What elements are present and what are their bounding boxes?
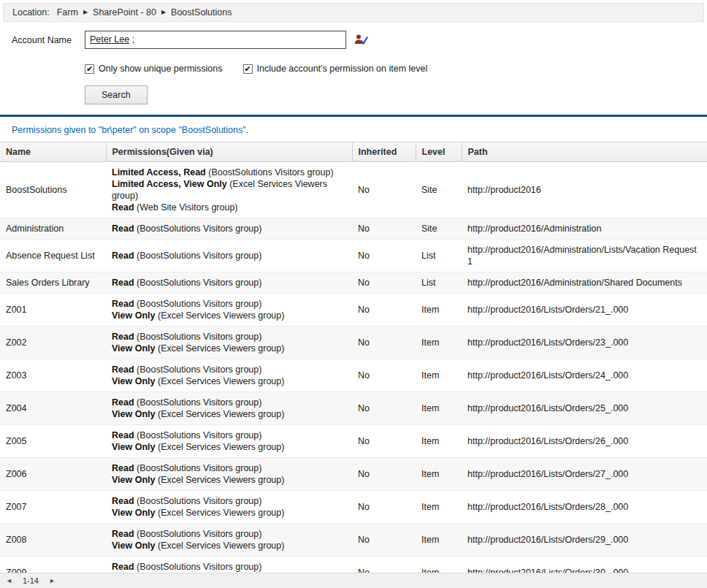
permission-line: Read (BoostSolutions Visitors group) — [112, 364, 346, 375]
permission-line: Read (BoostSolutions Visitors group) — [112, 528, 346, 540]
permission-level-text: View Only — [112, 442, 156, 452]
permission-line: View Only (Excel Services Viewers group) — [112, 310, 346, 321]
column-header-inherited[interactable]: Inherited — [352, 142, 416, 162]
cell-name: Z004 — [0, 392, 106, 425]
cell-name: Z005 — [0, 425, 106, 458]
table-row: Z002Read (BoostSolutions Visitors group)… — [0, 327, 707, 359]
cell-name: Absence Request List — [0, 240, 106, 272]
cell-level: List — [416, 272, 462, 294]
cell-inherited: No — [352, 425, 416, 458]
table-row: BoostSolutionsLimited Access, Read (Boos… — [0, 162, 707, 218]
permission-level-text: Read — [112, 251, 134, 261]
permission-level-text: Read — [112, 397, 134, 408]
cell-path: http://product2016/Lists/Orders/27_.000 — [462, 458, 707, 491]
cell-name: BoostSolutions — [0, 162, 106, 218]
permission-level-text: View Only — [112, 541, 156, 551]
permission-level-text: Read — [112, 299, 134, 309]
cell-name: Z002 — [0, 327, 106, 359]
table-row: AdministrationRead (BoostSolutions Visit… — [0, 218, 707, 240]
cell-path: http://product2016/Lists/Orders/28_.000 — [462, 491, 707, 524]
permission-line: Limited Access, View Only (Excel Service… — [112, 178, 346, 202]
account-name-input[interactable]: Peter Lee ; — [85, 31, 346, 49]
column-header-permissions[interactable]: Permissions(Given via) — [106, 142, 352, 162]
permission-level-text: View Only — [112, 310, 156, 321]
permission-level-text: Read — [112, 278, 134, 288]
cell-permissions: Read (BoostSolutions Visitors group)View… — [106, 458, 352, 491]
unique-permissions-label: Only show unique permissions — [99, 64, 223, 74]
permission-line: View Only (Excel Services Viewers group) — [112, 540, 346, 551]
cell-inherited: No — [352, 458, 416, 491]
cell-inherited: No — [352, 218, 416, 240]
column-header-level[interactable]: Level — [416, 142, 462, 162]
permission-line: Read (BoostSolutions Visitors group) — [112, 250, 346, 261]
table-row: Z003Read (BoostSolutions Visitors group)… — [0, 359, 707, 392]
permission-line: View Only (Excel Services Viewers group) — [112, 408, 346, 420]
permission-level-text: View Only — [112, 508, 156, 518]
location-label: Location: — [12, 7, 50, 18]
cell-level: Site — [416, 218, 462, 240]
cell-inherited: No — [352, 162, 416, 218]
cell-permissions: Read (BoostSolutions Visitors group) — [106, 272, 352, 294]
cell-level: Item — [416, 327, 462, 359]
include-item-level-option[interactable]: ✔ Include account's permission on item l… — [243, 64, 428, 74]
cell-path: http://product2016/Lists/Orders/25_.000 — [462, 392, 707, 425]
cell-permissions: Limited Access, Read (BoostSolutions Vis… — [106, 162, 352, 218]
cell-name: Z001 — [0, 294, 106, 327]
prev-page-icon[interactable]: ◄ — [6, 578, 12, 584]
cell-permissions: Read (BoostSolutions Visitors group)View… — [106, 294, 352, 327]
cell-permissions: Read (BoostSolutions Visitors group)View… — [106, 491, 352, 524]
cell-inherited: No — [352, 272, 416, 294]
table-row: Z001Read (BoostSolutions Visitors group)… — [0, 294, 707, 327]
include-item-level-checkbox[interactable]: ✔ — [243, 64, 253, 74]
permission-level-text: Read — [112, 430, 134, 440]
cell-permissions: Read (BoostSolutions Visitors group)View… — [106, 425, 352, 458]
cell-inherited: No — [352, 491, 416, 524]
breadcrumb-item-sharepoint-80[interactable]: SharePoint - 80 — [93, 7, 156, 18]
unique-permissions-checkbox[interactable]: ✔ — [85, 64, 94, 74]
column-header-name[interactable]: Name — [0, 142, 106, 162]
permission-level-text: View Only — [112, 475, 156, 485]
permission-level-text: Read — [112, 463, 134, 473]
breadcrumb-item-farm[interactable]: Farm — [57, 7, 78, 18]
include-item-level-label: Include account's permission on item lev… — [257, 64, 428, 74]
cell-permissions: Read (BoostSolutions Visitors group)View… — [106, 359, 352, 392]
cell-path: http://product2016 — [462, 162, 707, 218]
unique-permissions-option[interactable]: ✔ Only show unique permissions — [85, 64, 223, 74]
pagination-bar: ◄ 1-14 ► — [0, 573, 707, 588]
table-header-row: Name Permissions(Given via) Inherited Le… — [0, 142, 707, 162]
permission-level-text: Read — [112, 224, 134, 234]
cell-path: http://product2016/Administration — [462, 218, 707, 240]
column-header-path[interactable]: Path — [462, 142, 707, 162]
cell-name: Z003 — [0, 359, 106, 392]
permission-level-text: View Only — [112, 343, 156, 354]
permission-line: View Only (Excel Services Viewers group) — [112, 375, 346, 387]
table-row: Z004Read (BoostSolutions Visitors group)… — [0, 392, 707, 425]
cell-level: Item — [416, 294, 462, 327]
permission-line: Read (Web Site Visitors group) — [112, 202, 346, 213]
account-name-suffix: ; — [129, 34, 134, 45]
permission-line: Read (BoostSolutions Visitors group) — [112, 462, 346, 474]
resolved-account-entry[interactable]: Peter Lee — [90, 34, 129, 45]
cell-level: Item — [416, 491, 462, 524]
cell-name: Sales Orders Library — [0, 272, 106, 294]
permissions-table-body: BoostSolutionsLimited Access, Read (Boos… — [0, 162, 707, 588]
permission-line: Read (BoostSolutions Visitors group) — [112, 495, 346, 507]
search-button[interactable]: Search — [85, 85, 148, 104]
search-form: Account Name Peter Lee ; ✔ Only show uni… — [0, 22, 707, 104]
breadcrumb-item-boostsolutions[interactable]: BoostSolutions — [171, 7, 232, 18]
permission-line: Read (BoostSolutions Visitors group) — [112, 223, 346, 234]
cell-path: http://product2016/Administration/Shared… — [462, 272, 707, 294]
permissions-table: Name Permissions(Given via) Inherited Le… — [0, 142, 707, 588]
cell-name: Z006 — [0, 458, 106, 491]
table-row: Absence Request ListRead (BoostSolutions… — [0, 240, 707, 272]
table-row: Z007Read (BoostSolutions Visitors group)… — [0, 491, 707, 524]
cell-level: List — [416, 240, 462, 272]
cell-name: Administration — [0, 218, 106, 240]
page-range: 1-14 — [23, 576, 39, 585]
check-names-button[interactable] — [353, 33, 369, 47]
breadcrumb: Location: Farm ▶ SharePoint - 80 ▶ Boost… — [3, 3, 704, 22]
result-message: Permissions given to "br\peter" on scope… — [0, 117, 707, 142]
cell-path: http://product2016/Lists/Orders/23_.000 — [462, 327, 707, 359]
next-page-icon[interactable]: ► — [49, 578, 56, 584]
cell-inherited: No — [352, 294, 416, 327]
